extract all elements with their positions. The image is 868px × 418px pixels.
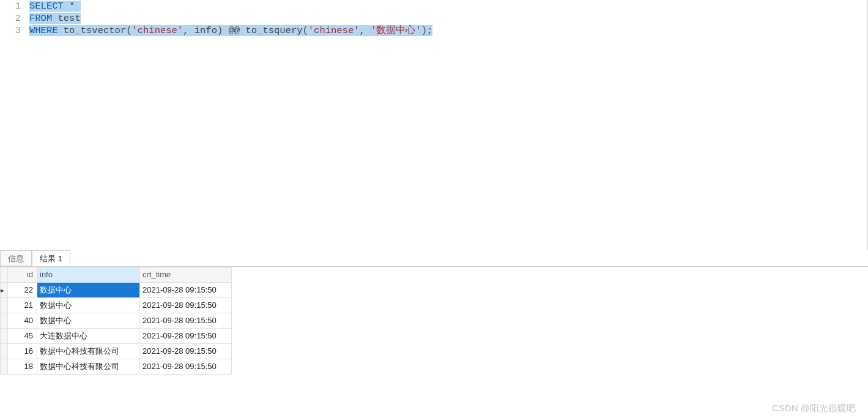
- cell-crt_time[interactable]: 2021-09-28 09:15:50: [140, 313, 232, 329]
- row-marker: [1, 313, 8, 329]
- code-token: '数据中心': [371, 25, 421, 36]
- cell-crt_time[interactable]: 2021-09-28 09:15:50: [140, 329, 232, 344]
- col-header-info[interactable]: info: [37, 267, 140, 283]
- row-marker: [1, 298, 8, 313]
- cell-id[interactable]: 22: [8, 283, 37, 298]
- cell-id[interactable]: 21: [8, 298, 37, 313]
- code-content[interactable]: SELECT *: [29, 0, 867, 12]
- line-number: 3: [0, 24, 29, 37]
- row-marker-header: [1, 267, 8, 283]
- row-marker: [1, 283, 8, 298]
- result-tabs-bar: 信息结果 1: [0, 250, 868, 267]
- results-table[interactable]: idinfocrt_time 22数据中心2021-09-28 09:15:50…: [0, 267, 232, 375]
- cell-crt_time[interactable]: 2021-09-28 09:15:50: [140, 344, 232, 359]
- table-row[interactable]: 21数据中心2021-09-28 09:15:50: [1, 298, 232, 313]
- code-content[interactable]: WHERE to_tsvector('chinese', info) @@ to…: [29, 24, 867, 37]
- row-marker: [1, 359, 8, 375]
- cell-crt_time[interactable]: 2021-09-28 09:15:50: [140, 298, 232, 313]
- cell-info[interactable]: 数据中心: [37, 298, 140, 313]
- code-token: [75, 1, 80, 12]
- code-line[interactable]: 2FROM test: [0, 12, 867, 24]
- cell-id[interactable]: 18: [8, 359, 37, 375]
- table-row[interactable]: 22数据中心2021-09-28 09:15:50: [1, 283, 232, 298]
- tab-信息[interactable]: 信息: [0, 250, 32, 266]
- line-number: 2: [0, 12, 29, 24]
- code-token: WHERE: [29, 25, 58, 36]
- code-token: ,: [360, 25, 371, 36]
- results-grid-pane: idinfocrt_time 22数据中心2021-09-28 09:15:50…: [0, 267, 868, 418]
- col-header-crt_time[interactable]: crt_time: [140, 267, 232, 283]
- cell-crt_time[interactable]: 2021-09-28 09:15:50: [140, 283, 232, 298]
- cell-id[interactable]: 16: [8, 344, 37, 359]
- cell-info[interactable]: 数据中心: [37, 313, 140, 329]
- col-header-id[interactable]: id: [8, 267, 37, 283]
- code-token: );: [421, 25, 433, 36]
- table-row[interactable]: 16数据中心科技有限公司2021-09-28 09:15:50: [1, 344, 232, 359]
- row-marker: [1, 344, 8, 359]
- code-token: test: [52, 13, 81, 24]
- code-token: 'chinese': [308, 25, 360, 36]
- code-token: to_tsvector(: [58, 25, 132, 36]
- tab-结果 1[interactable]: 结果 1: [32, 250, 70, 266]
- code-line[interactable]: 3WHERE to_tsvector('chinese', info) @@ t…: [0, 24, 867, 37]
- row-marker: [1, 329, 8, 344]
- code-token: SELECT: [29, 1, 64, 12]
- code-line[interactable]: 1SELECT *: [0, 0, 867, 12]
- line-number: 1: [0, 0, 29, 12]
- table-row[interactable]: 18数据中心科技有限公司2021-09-28 09:15:50: [1, 359, 232, 375]
- code-token: 'chinese': [132, 25, 183, 36]
- cell-id[interactable]: 45: [8, 329, 37, 344]
- cell-info[interactable]: 数据中心科技有限公司: [37, 344, 140, 359]
- code-token: , info) @@ to_tsquery(: [183, 25, 308, 36]
- code-token: [64, 1, 69, 12]
- cell-id[interactable]: 40: [8, 313, 37, 329]
- sql-editor[interactable]: 1SELECT * 2FROM test3WHERE to_tsvector('…: [0, 0, 868, 250]
- code-content[interactable]: FROM test: [29, 12, 867, 24]
- cell-info[interactable]: 大连数据中心: [37, 329, 140, 344]
- cell-crt_time[interactable]: 2021-09-28 09:15:50: [140, 359, 232, 375]
- table-row[interactable]: 40数据中心2021-09-28 09:15:50: [1, 313, 232, 329]
- cell-info[interactable]: 数据中心: [37, 283, 140, 298]
- table-row[interactable]: 45大连数据中心2021-09-28 09:15:50: [1, 329, 232, 344]
- cell-info[interactable]: 数据中心科技有限公司: [37, 359, 140, 375]
- code-token: FROM: [29, 13, 52, 24]
